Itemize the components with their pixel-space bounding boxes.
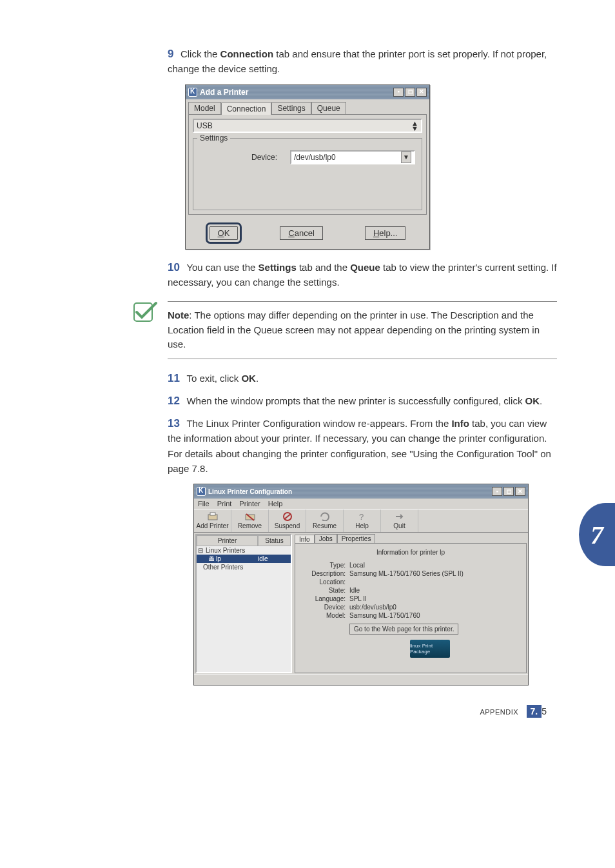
menu-print[interactable]: Print (217, 500, 232, 508)
tool-suspend[interactable]: Suspend (269, 509, 306, 532)
device-label: Device: (200, 153, 277, 162)
info-title: Information for printer lp (300, 546, 521, 561)
tab-settings[interactable]: Settings (271, 102, 311, 114)
tool-help[interactable]: ? Help (344, 509, 381, 532)
help-button[interactable]: Help... (365, 226, 406, 240)
toolbar: Add Printer Remove Suspend Resume ? Help… (194, 509, 528, 533)
collapse-icon[interactable]: ⊟ (198, 547, 204, 554)
device-combo[interactable]: /dev/usb/lp0 ▼ (290, 150, 415, 164)
step-number: 13 (168, 417, 180, 430)
dialog-title: Add a Printer (200, 88, 248, 97)
close-icon[interactable]: ✕ (515, 487, 525, 496)
maximize-icon[interactable]: ◻ (503, 487, 514, 496)
menubar: File Print Printer Help (194, 498, 528, 509)
suspend-icon (282, 512, 293, 521)
step-10: 10 You can use the Settings tab and the … (168, 260, 557, 290)
step-11: 11 To exit, click OK. (168, 371, 557, 386)
dialog-tabs: Model Connection Settings Queue (186, 99, 429, 114)
tree-item-lp[interactable]: 🖶 lp idle (197, 555, 291, 563)
step-13: 13 The Linux Printer Configuration windo… (168, 416, 557, 476)
connection-type-combo[interactable]: USB ▲▼ (193, 119, 422, 133)
step-number: 9 (168, 48, 173, 61)
cancel-button[interactable]: Cancel (280, 226, 322, 240)
tool-resume[interactable]: Resume (306, 509, 344, 532)
dialog-titlebar: Add a Printer ▪ ◻ ✕ (186, 85, 429, 99)
minimize-icon[interactable]: ▪ (393, 88, 404, 97)
tree-col-printer[interactable]: Printer (197, 535, 258, 546)
step-12: 12 When the window prompts that the new … (168, 393, 557, 408)
lpc-title: Linux Printer Configuration (208, 488, 292, 495)
lpc-titlebar: Linux Printer Configuration ▪ ◻ ✕ (194, 484, 528, 498)
tool-remove[interactable]: Remove (231, 509, 269, 532)
tab-connection[interactable]: Connection (221, 103, 272, 115)
printer-icon (207, 512, 219, 521)
menu-printer[interactable]: Printer (239, 500, 260, 508)
note-block: Note: The options may differ depending o… (168, 301, 557, 359)
printer-icon: 🖶 (208, 555, 215, 562)
ok-button[interactable]: OK (210, 226, 239, 240)
linux-printer-config-window: Linux Printer Configuration ▪ ◻ ✕ File P… (193, 484, 529, 686)
dropdown-icon[interactable]: ▼ (401, 152, 411, 163)
tab-queue[interactable]: Queue (311, 102, 346, 114)
maximize-icon[interactable]: ◻ (405, 88, 415, 97)
chapter-tab: 7 (579, 503, 615, 566)
note-label: Note (168, 310, 189, 321)
help-icon: ? (356, 512, 368, 521)
info-pane: Info Jobs Properties Information for pri… (295, 534, 527, 673)
menu-file[interactable]: File (198, 500, 210, 508)
tree-other[interactable]: Other Printers (197, 563, 291, 571)
step-number: 12 (168, 395, 180, 408)
tab-model[interactable]: Model (188, 102, 221, 114)
linux-print-package-logo: linux Print Package (410, 640, 450, 658)
spinner-icon[interactable]: ▲▼ (411, 121, 418, 131)
device-value: /dev/usb/lp0 (294, 153, 336, 162)
minimize-icon[interactable]: ▪ (492, 487, 502, 496)
step-9: 9 Click the Connection tab and ensure th… (168, 46, 557, 77)
kde-icon (197, 487, 206, 496)
tree-col-status[interactable]: Status (258, 535, 291, 546)
step-number: 10 (168, 261, 180, 274)
add-a-printer-dialog: Add a Printer ▪ ◻ ✕ Model Connection Set… (185, 84, 430, 250)
note-icon (130, 298, 159, 326)
printer-tree[interactable]: Printer Status ⊟ Linux Printers 🖶 lp idl… (195, 534, 292, 673)
svg-rect-2 (210, 513, 215, 515)
svg-line-6 (284, 514, 291, 519)
remove-icon (244, 512, 256, 521)
quit-icon (394, 512, 405, 521)
connection-type-value: USB (197, 121, 213, 130)
web-page-button[interactable]: Go to the Web page for this printer. (349, 624, 458, 635)
tab-info[interactable]: Info (295, 535, 315, 544)
svg-text:?: ? (359, 512, 364, 521)
page-footer: APPENDIX 7.5 (58, 705, 557, 718)
tab-properties[interactable]: Properties (337, 534, 376, 543)
footer-appendix: APPENDIX (480, 708, 518, 716)
statusbar (194, 675, 528, 685)
resume-icon (319, 512, 331, 521)
tool-quit[interactable]: Quit (381, 509, 418, 532)
step-number: 11 (168, 372, 180, 385)
tree-root[interactable]: ⊟ Linux Printers (197, 546, 291, 555)
tool-add-printer[interactable]: Add Printer (194, 509, 231, 532)
settings-legend: Settings (197, 133, 230, 143)
tab-jobs[interactable]: Jobs (315, 534, 337, 543)
kde-icon (188, 88, 197, 97)
close-icon[interactable]: ✕ (416, 88, 427, 97)
menu-help[interactable]: Help (268, 500, 283, 508)
